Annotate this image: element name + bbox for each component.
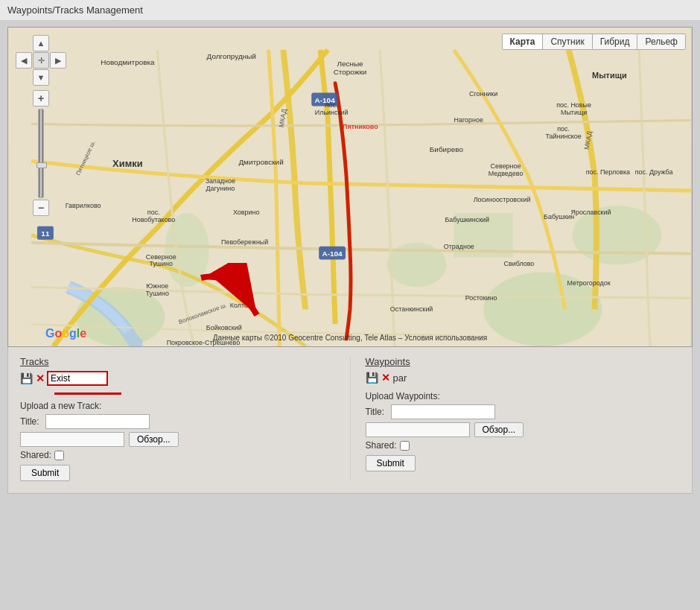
waypoints-submit-button[interactable]: Submit — [366, 455, 416, 471]
waypoints-file-input[interactable] — [366, 422, 470, 437]
nav-empty-br — [50, 69, 66, 86]
zoom-slider-track — [40, 109, 42, 197]
google-g: G — [45, 327, 54, 340]
google-g2: g — [69, 327, 77, 340]
tracks-title: Tracks — [20, 356, 335, 367]
google-logo: Google — [45, 327, 86, 340]
nav-down-button[interactable]: ▼ — [33, 69, 49, 86]
track-actions: 💾 ✕ — [20, 372, 335, 385]
google-e: e — [80, 327, 86, 340]
waypoints-name-text: par — [393, 372, 407, 384]
tracks-underline — [54, 393, 121, 395]
nav-empty-bl — [16, 69, 32, 86]
nav-empty-tl — [16, 35, 32, 51]
waypoints-title: Waypoints — [366, 356, 681, 367]
waypoints-browse-button[interactable]: Обзор... — [474, 422, 524, 437]
waypoints-title-row: Title: — [366, 404, 681, 419]
waypoints-section: Waypoints 💾 ✕ par Upload Waypoints: Titl… — [350, 356, 681, 481]
map-type-carta[interactable]: Карта — [502, 34, 544, 50]
waypoints-save-icon[interactable]: 💾 — [366, 372, 378, 384]
nav-right-button[interactable]: ▶ — [50, 52, 66, 69]
tracks-shared-label: Shared: — [20, 450, 51, 460]
map-container: А-104 А-104 11 МКАД МКАД Пятницкое ш. Но… — [7, 27, 693, 347]
waypoints-actions: 💾 ✕ par — [366, 372, 681, 384]
map-type-gibrid[interactable]: Гибрид — [592, 34, 638, 50]
nav-empty-tr — [50, 35, 66, 51]
google-o2: o — [62, 327, 69, 340]
map-copyright: Данные карты ©2010 Geocentre Consulting,… — [213, 334, 487, 342]
waypoints-upload-section: Upload Waypoints: Title: Обзор... Shared… — [366, 391, 681, 471]
waypoints-upload-title: Upload Waypoints: — [366, 391, 681, 401]
nav-controls: ▲ ◀ ✛ ▶ ▼ + − — [16, 35, 66, 217]
map-background — [8, 28, 692, 346]
google-o1: o — [54, 327, 62, 340]
waypoints-shared-label: Shared: — [366, 440, 397, 451]
zoom-slider-thumb[interactable] — [36, 162, 47, 168]
zoom-out-button[interactable]: − — [33, 200, 49, 216]
waypoints-title-label: Title: — [366, 407, 386, 417]
zoom-in-button[interactable]: + — [33, 90, 49, 107]
tracks-shared-checkbox[interactable] — [54, 451, 64, 460]
tracks-title-row: Title: — [20, 414, 335, 429]
tracks-title-input[interactable] — [45, 414, 150, 429]
tracks-section: Tracks 💾 ✕ Upload a new Track: Title: Об… — [20, 356, 350, 481]
waypoints-shared-checkbox[interactable] — [400, 441, 410, 451]
map-type-buttons: Карта Спутник Гибрид Рельеф — [502, 34, 686, 50]
map-type-relief[interactable]: Рельеф — [637, 34, 686, 50]
tracks-upload-title: Upload a new Track: — [20, 401, 335, 411]
tracks-file-row: Обзор... — [20, 432, 335, 447]
waypoints-shared-row: Shared: — [366, 440, 681, 451]
zoom-slider[interactable] — [38, 109, 44, 198]
map-type-sputnik[interactable]: Спутник — [542, 34, 592, 50]
nav-up-button[interactable]: ▲ — [33, 35, 49, 51]
waypoints-title-input[interactable] — [391, 404, 495, 419]
tracks-title-label: Title: — [20, 416, 41, 427]
nav-left-button[interactable]: ◀ — [16, 52, 32, 69]
tracks-upload-section: Upload a new Track: Title: Обзор... Shar… — [20, 401, 335, 481]
waypoints-delete-icon[interactable]: ✕ — [381, 372, 390, 384]
tracks-delete-icon[interactable]: ✕ — [36, 372, 45, 384]
waypoints-file-row: Обзор... — [366, 422, 681, 437]
bottom-panel: Tracks 💾 ✕ Upload a new Track: Title: Об… — [7, 347, 693, 494]
nav-arrow-group: ▲ ◀ ✛ ▶ ▼ — [16, 35, 66, 86]
nav-center-button[interactable]: ✛ — [33, 52, 49, 69]
tracks-browse-button[interactable]: Обзор... — [129, 432, 179, 447]
tracks-submit-button[interactable]: Submit — [20, 465, 70, 481]
page-wrapper: Waypoints/Tracks Management — [0, 0, 700, 494]
page-title: Waypoints/Tracks Management — [0, 0, 700, 21]
tracks-save-icon[interactable]: 💾 — [20, 372, 33, 384]
tracks-name-input[interactable] — [48, 372, 107, 385]
tracks-file-input[interactable] — [20, 432, 124, 447]
tracks-shared-row: Shared: — [20, 450, 335, 460]
zoom-controls: + − — [16, 90, 66, 217]
